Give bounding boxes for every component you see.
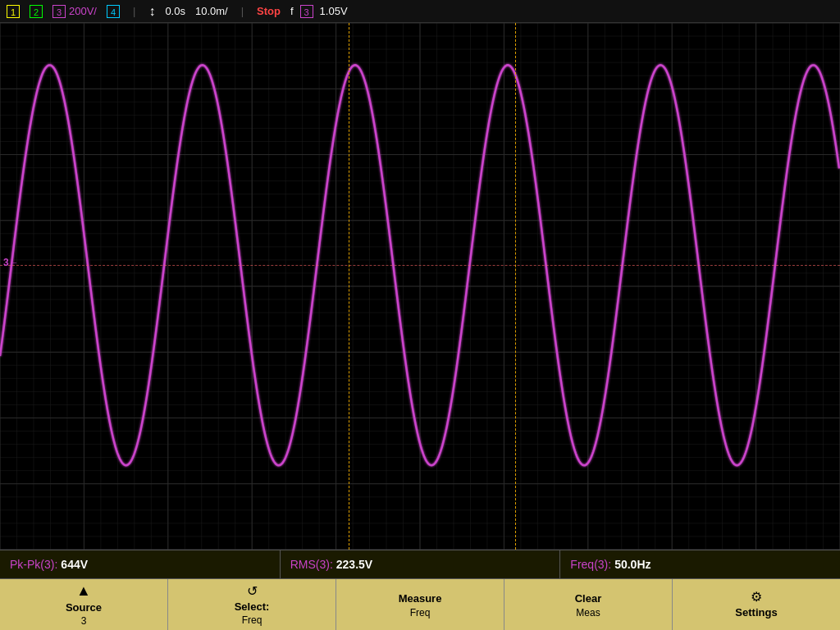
select-button[interactable]: ↺ Select: Freq [168,579,336,630]
oscilloscope-canvas [0,23,840,550]
run-stop-indicator: Stop [257,5,281,17]
time-offset: 0.0s [165,5,185,17]
ch3-scale: 200V/ [69,5,97,17]
ch2-badge: 2 [30,5,43,18]
source-button[interactable]: ▲ Source 3 [0,579,168,630]
trigger-label: 3← [3,257,19,268]
meas-pkpk-label: Pk-Pk(3): [10,558,57,571]
settings-label: Settings [735,606,777,619]
meas-rms-label: RMS(3): [290,558,333,571]
settings-button[interactable]: ⚙ Settings [673,579,840,630]
clear-meas-button[interactable]: Clear Meas [504,579,673,630]
select-label: Select: [235,600,270,614]
meas-rms-value: 223.5V [336,558,372,571]
meas-freq-label: Freq(3): [570,558,611,571]
ch4-indicator: 4 [107,5,120,18]
trigger-level: 1.05V [320,5,348,17]
separator-1: | [133,5,135,17]
clear-sublabel: Meas [576,607,600,619]
trigger-ch-badge: 3 [300,5,313,18]
ch1-indicator: 1 [7,5,20,18]
ch4-badge: 4 [107,5,120,18]
time-scale: 10.0m/ [195,5,228,17]
select-icon: ↺ [247,583,258,599]
meas-pkpk-value: 644V [61,558,88,571]
meas-freq-value: 50.0Hz [614,558,651,571]
ch2-indicator: 2 [30,5,43,18]
waveform-display: 3← [0,23,840,550]
ch1-badge: 1 [7,5,20,18]
measurement-rms: RMS(3): 223.5V [281,550,561,578]
trigger-indicator: f 3 1.05V [290,5,348,18]
ch3-badge: 3 [52,5,66,18]
measure-freq-button[interactable]: Measure Freq [336,579,504,630]
source-arrow-icon: ▲ [76,582,91,600]
measurement-freq: Freq(3): 50.0Hz [560,550,840,578]
trigger-symbol: ↕ [148,4,155,19]
separator-2: | [241,5,244,17]
measurements-bar: Pk-Pk(3): 644V RMS(3): 223.5V Freq(3): 5… [0,550,840,579]
select-sublabel: Freq [242,614,262,626]
bottom-buttons: ▲ Source 3 ↺ Select: Freq Measure Freq C… [0,579,840,630]
ch3-indicator: 3 200V/ [52,5,97,18]
top-bar: 1 2 3 200V/ 4 | ↕ 0.0s 10.0m/ | Stop f 3… [0,0,840,23]
clear-label: Clear [575,592,602,605]
measure-label: Measure [399,592,442,605]
measure-sublabel: Freq [410,607,431,619]
measurement-pk-pk: Pk-Pk(3): 644V [0,550,281,578]
settings-icon: ⚙ [751,589,762,605]
source-label: Source [66,601,102,614]
source-sublabel: 3 [81,615,87,627]
